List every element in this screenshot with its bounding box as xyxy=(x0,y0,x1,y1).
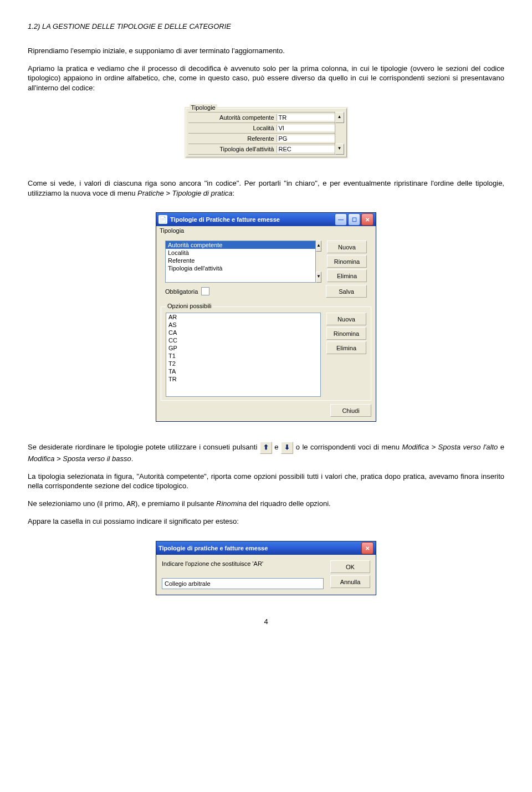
list-item[interactable]: Tipologia dell'attività xyxy=(166,264,315,272)
annulla-button[interactable]: Annulla xyxy=(330,575,370,588)
grid-label: Referente xyxy=(188,135,277,142)
section-heading: 1.2) LA GESTIONE DELLE TIPOLOGIE E DELLE… xyxy=(28,22,504,30)
paragraph-6: Ne selezioniamo uno (il primo, AR), e pr… xyxy=(28,499,504,509)
box-legend: Tipologie xyxy=(190,104,217,111)
dialog-titlebar[interactable]: Tipologie di pratiche e fatture emesse ✕ xyxy=(156,541,376,555)
nuova-button[interactable]: Nuova xyxy=(327,241,367,253)
list-item[interactable]: TA xyxy=(166,367,320,375)
tipologie-window: 📄 Tipologie di Pratiche e fatture emesse… xyxy=(156,212,376,422)
scroll-up-icon[interactable]: ▲ xyxy=(335,112,344,123)
opzioni-rinomina-button[interactable]: Rinomina xyxy=(326,327,366,340)
grid-label: Località xyxy=(188,125,277,131)
menu-bar[interactable]: Tipologia xyxy=(156,226,376,235)
dialog-title: Tipologie di pratiche e fatture emesse xyxy=(158,545,268,551)
window-title: Tipologie di Pratiche e fatture emesse xyxy=(170,216,280,223)
obbligatoria-label: Obbligatoria xyxy=(165,288,198,295)
dialog-close-button[interactable]: ✕ xyxy=(361,542,374,554)
rinomina-button[interactable]: Rinomina xyxy=(327,255,367,268)
list-item[interactable]: AR xyxy=(166,313,320,321)
elimina-button[interactable]: Elimina xyxy=(327,269,367,282)
list-item[interactable]: T2 xyxy=(166,360,320,367)
list-item[interactable]: CC xyxy=(166,336,320,344)
menu-tipologia: Tipologia xyxy=(160,227,184,234)
salva-button[interactable]: Salva xyxy=(326,285,367,298)
move-down-icon[interactable]: ⬇ xyxy=(281,442,293,454)
grid-cell[interactable]: TR xyxy=(277,114,335,121)
paragraph-7: Appare la casella in cui possiamo indica… xyxy=(28,517,504,527)
list-item[interactable]: Autorità competente xyxy=(166,241,315,249)
paragraph-1: Riprendiamo l'esempio iniziale, e suppon… xyxy=(28,46,504,56)
app-icon: 📄 xyxy=(158,215,167,224)
minimize-button[interactable]: — xyxy=(335,213,347,226)
scroll-down-icon[interactable]: ▼ xyxy=(335,144,344,155)
dialog-prompt: Indicare l'opzione che sostituisce 'AR' xyxy=(162,560,324,567)
ok-button[interactable]: OK xyxy=(330,560,370,573)
grid-cell[interactable]: REC xyxy=(277,146,335,152)
scroll-down-icon[interactable]: ▼ xyxy=(316,272,321,283)
list-item[interactable]: Località xyxy=(166,249,315,257)
window-titlebar[interactable]: 📄 Tipologie di Pratiche e fatture emesse… xyxy=(156,213,376,226)
tipologie-listbox[interactable]: Autorità competente Località Referente T… xyxy=(165,241,316,283)
opzioni-group-label: Opzioni possibili xyxy=(166,303,213,309)
move-up-icon[interactable]: ⬆ xyxy=(260,442,272,454)
close-button[interactable]: ✕ xyxy=(361,213,374,226)
opzione-input[interactable] xyxy=(162,578,324,589)
list-item[interactable]: CA xyxy=(166,329,320,336)
opzioni-listbox[interactable]: AR AS CA CC GP T1 T2 TA TR xyxy=(166,313,321,397)
opzioni-nuova-button[interactable]: Nuova xyxy=(326,313,366,325)
list-item[interactable]: TR xyxy=(166,375,320,383)
list-item[interactable]: GP xyxy=(166,344,320,352)
opzioni-elimina-button[interactable]: Elimina xyxy=(326,341,366,354)
page-number: 4 xyxy=(28,617,504,626)
chiudi-button[interactable]: Chiudi xyxy=(330,404,371,417)
grid-cell[interactable]: PG xyxy=(277,135,335,142)
obbligatoria-checkbox[interactable] xyxy=(201,287,209,295)
paragraph-2: Apriamo la pratica e vediamo che il proc… xyxy=(28,64,504,93)
grid-label: Autorità competente xyxy=(188,114,277,121)
list-item[interactable]: Referente xyxy=(166,257,315,264)
grid-label: Tipologia dell'attività xyxy=(188,146,277,152)
paragraph-4: Se desiderate riordinare le tipologie po… xyxy=(28,442,504,464)
tipologie-grid-box: Tipologie Autorità competente TR Localit… xyxy=(185,107,348,159)
paragraph-3: Come si vede, i valori di ciascuna riga … xyxy=(28,178,504,198)
list-item[interactable]: T1 xyxy=(166,352,320,360)
scroll-up-icon[interactable]: ▲ xyxy=(316,241,321,252)
list-item[interactable]: AS xyxy=(166,321,320,329)
grid-cell[interactable]: VI xyxy=(277,125,335,131)
rinomina-dialog: Tipologie di pratiche e fatture emesse ✕… xyxy=(156,541,376,595)
paragraph-5: La tipologia selezionata in figura, "Aut… xyxy=(28,472,504,491)
maximize-button[interactable]: ☐ xyxy=(348,213,360,226)
